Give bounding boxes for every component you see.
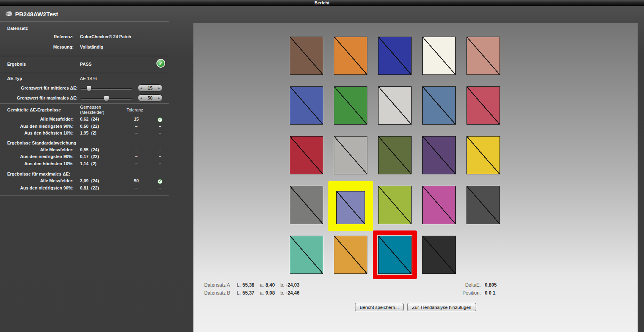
color-patch[interactable] [290, 236, 323, 274]
patch-swatch [422, 86, 456, 125]
de-type-value: ΔE 1976 [80, 76, 97, 81]
max-de-limit-row: Grenzwert für maximales ΔE: ◂ 50 ▸ [0, 94, 169, 103]
patch-swatch [334, 236, 367, 274]
dataset-readout-line: Datensatz AL:55,38a:8,40b:-24,03 [204, 281, 305, 289]
patch-swatch [334, 86, 367, 125]
avg-de-limit-stepper[interactable]: ◂ 15 ▸ [138, 84, 162, 92]
result-row: Aus den niedrigsten 90%:0,81(22)–– [0, 185, 169, 192]
reference-value: ColorChecker® 24 Patch [80, 34, 131, 39]
dataset-section-label: Datensatz [7, 26, 28, 31]
patch-swatch [336, 191, 365, 224]
measured-column-header: Gemessen (Messfelder) [80, 105, 104, 115]
max-de-limit-value: 50 [142, 96, 158, 100]
patch-swatch [422, 236, 456, 274]
patch-swatch [466, 86, 500, 125]
add-to-trend-analysis-button[interactable]: Zur Trendanalyse hinzufügen [407, 303, 476, 311]
section-title: Ergebnisse für maximales ΔE: [0, 170, 169, 178]
results-table-header: Gemittelte ΔE-Ergebnisse Gemessen (Messf… [0, 105, 169, 116]
color-patch[interactable] [466, 37, 500, 75]
color-patch[interactable] [334, 236, 367, 274]
patch-swatch [378, 186, 412, 224]
measurement-label: Messung: [0, 45, 74, 49]
patch-swatch [466, 186, 500, 224]
colorchecker-patch-grid [290, 37, 500, 274]
reference-label: Referenz: [0, 34, 74, 39]
report-actions: Bericht speichern... Zur Trendanalyse hi… [193, 303, 638, 311]
status-dash: – [155, 124, 165, 129]
divider [0, 195, 169, 195]
stepper-increment-icon[interactable]: ▸ [158, 86, 160, 90]
patch-swatch [290, 86, 323, 125]
max-de-limit-label: Grenzwert für maximales ΔE: [0, 96, 78, 100]
divider [0, 21, 169, 21]
color-patch[interactable] [378, 37, 412, 75]
color-patch[interactable] [334, 136, 367, 174]
divider [0, 73, 169, 73]
patch-swatch [378, 236, 412, 274]
color-patch[interactable] [290, 186, 323, 224]
avg-de-limit-label: Grenzwert für mittleres ΔE: [0, 86, 78, 90]
patch-swatch [334, 136, 367, 174]
color-patch[interactable] [290, 86, 323, 125]
result-row: Aus den niedrigsten 90%:0,50(22)–– [0, 123, 169, 130]
max-de-limit-stepper[interactable]: ◂ 50 ▸ [138, 94, 162, 102]
dataset-name: Datensatz B [204, 290, 237, 296]
stepper-increment-icon[interactable]: ▸ [158, 96, 160, 100]
color-patch[interactable] [466, 186, 500, 224]
color-patch[interactable] [378, 236, 412, 274]
color-patch[interactable] [334, 86, 367, 125]
profile-name: PB248AW2Test [15, 11, 58, 18]
result-value: PASS [80, 62, 92, 66]
color-patch[interactable] [290, 136, 323, 174]
patch-swatch [378, 37, 412, 75]
patch-swatch [290, 37, 323, 75]
color-patch[interactable] [422, 186, 456, 224]
color-patch[interactable] [378, 86, 412, 125]
report-panel: Datensatz AL:55,38a:8,40b:-24,03Datensat… [193, 23, 638, 332]
pass-check-mini-icon: ✓ [158, 179, 162, 184]
save-report-button[interactable]: Bericht speichern... [355, 303, 404, 311]
selected-patch-readout: DeltaE:0,805 [456, 281, 497, 289]
status-dash: – [155, 131, 165, 135]
measurement-value: Vollständig [80, 45, 103, 49]
avg-de-limit-row: Grenzwert für mittleres ΔE: ◂ 15 ▸ [0, 84, 169, 93]
color-patch[interactable] [466, 86, 500, 125]
color-patch[interactable] [290, 37, 323, 75]
color-patch[interactable] [466, 136, 500, 174]
max-de-limit-slider[interactable] [81, 98, 132, 99]
section-title: Ergebnisse Standardabweichung [0, 139, 169, 146]
slider-thumb[interactable] [86, 86, 92, 92]
color-patch[interactable] [422, 136, 456, 174]
status-dash: – [155, 147, 165, 152]
color-patch[interactable] [422, 236, 456, 274]
color-patch[interactable] [378, 136, 412, 174]
avg-de-limit-slider[interactable] [81, 88, 132, 89]
color-patch[interactable] [334, 186, 367, 224]
patch-swatch [422, 136, 456, 174]
patch-swatch [290, 136, 323, 174]
color-patch[interactable] [334, 37, 367, 75]
patch-swatch [378, 136, 412, 174]
selected-patch-readout: Position:0 0 1 [456, 289, 497, 297]
patch-readouts: Datensatz AL:55,38a:8,40b:-24,03Datensat… [204, 281, 305, 297]
de-type-label: ΔE-Typ [7, 76, 22, 81]
divider [0, 103, 169, 104]
results-table: Gemittelte ΔE-Ergebnisse Gemessen (Messf… [0, 105, 169, 191]
slider-thumb[interactable] [104, 96, 109, 102]
result-label: Ergebnis [7, 62, 26, 66]
window-title: Bericht [314, 0, 330, 5]
pass-check-icon: ✓ [156, 59, 165, 68]
color-patch[interactable] [422, 37, 456, 75]
report-sidebar: PB248AW2Test Datensatz Referenz: ColorCh… [0, 6, 193, 332]
dataset-name: Datensatz A [204, 282, 237, 288]
patch-swatch [466, 136, 500, 174]
patch-swatch [422, 186, 456, 224]
tolerance-column-header: Toleranz [127, 107, 143, 112]
patch-swatch [290, 236, 323, 274]
result-row: Alle Messfelder:3,09(24)50✓ [0, 178, 169, 185]
report-icon [5, 11, 12, 17]
result-row: Alle Messfelder:0,62(24)15✓ [0, 116, 169, 123]
color-patch[interactable] [422, 86, 456, 125]
selected-patch-info: DeltaE:0,805Position:0 0 1 [456, 281, 497, 297]
color-patch[interactable] [378, 186, 412, 224]
